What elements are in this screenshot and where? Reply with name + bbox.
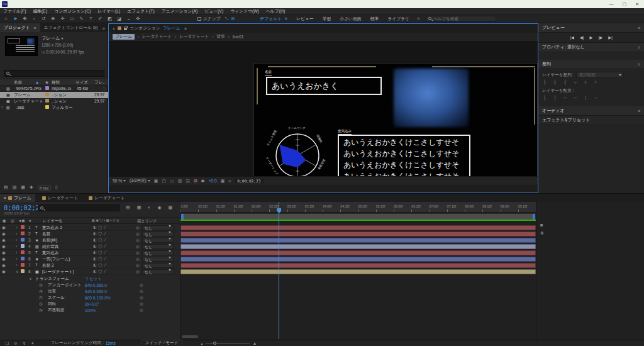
clone-stamp-tool-icon[interactable]: ◩ bbox=[107, 16, 113, 21]
layer-switches[interactable]: ◧◯╱ bbox=[93, 225, 108, 229]
sort-arrow-icon[interactable]: ▲ bbox=[35, 80, 39, 84]
layer-bar-row[interactable] bbox=[180, 250, 536, 256]
layer-duration-bar[interactable] bbox=[180, 232, 536, 237]
zoom-slider-knob[interactable] bbox=[213, 342, 216, 345]
first-frame-button[interactable]: |◀ bbox=[570, 35, 574, 40]
layer-bar-row[interactable] bbox=[180, 269, 536, 275]
color-depth-icon[interactable]: ✚ bbox=[30, 185, 33, 190]
panel-menu-icon[interactable]: ≡ bbox=[34, 26, 36, 30]
layer-name[interactable]: 紹介写真 bbox=[42, 244, 58, 250]
layer-color-swatch[interactable] bbox=[21, 263, 25, 267]
timeline-horizontal-scrollbar[interactable] bbox=[182, 335, 198, 338]
layer-duration-bar[interactable] bbox=[180, 269, 536, 274]
menu-item[interactable]: アニメーション(A) bbox=[162, 8, 198, 14]
expander-icon[interactable]: ∨ bbox=[29, 276, 32, 281]
resolution-dropdown[interactable]: (1/2画質) bbox=[130, 178, 150, 184]
workspace-tab[interactable]: 標準 bbox=[370, 16, 379, 22]
align-left-icon[interactable]: ┠ bbox=[543, 80, 546, 85]
expander-icon[interactable]: › bbox=[16, 250, 17, 255]
pickwhip-icon[interactable]: ◎ bbox=[136, 269, 140, 274]
layer-row[interactable]: ◉ › 5 T 意気込み ◧◯╱ ◎ なし bbox=[0, 250, 180, 256]
eye-icon[interactable]: ◉ bbox=[2, 244, 6, 249]
minimize-button[interactable]: — bbox=[609, 2, 614, 7]
zoom-out-icon[interactable]: ▲ bbox=[200, 342, 203, 345]
brush-tool-icon[interactable]: ✐ bbox=[97, 16, 103, 21]
distribute-hcenter-icon[interactable]: ╏ bbox=[584, 96, 587, 101]
stopwatch-icon[interactable]: ◷ bbox=[39, 289, 43, 294]
pickwhip-icon[interactable]: ◎ bbox=[136, 250, 140, 255]
home-tool-icon[interactable]: ⌂ bbox=[3, 16, 9, 21]
exposure-value[interactable]: +0.0 bbox=[209, 179, 217, 183]
layer-name-column[interactable]: レイヤー名 bbox=[43, 218, 62, 224]
maximize-button[interactable]: ▢ bbox=[623, 2, 627, 7]
snap-grid-icon[interactable]: ⊞ bbox=[231, 16, 235, 21]
layer-duration-bar[interactable] bbox=[180, 263, 536, 268]
transform-group-row[interactable]: ∨ トランスフォーム リセット bbox=[0, 276, 180, 282]
project-item-folder[interactable]: › ▧ _.aep フォルダー bbox=[0, 104, 108, 111]
distribute-left-icon[interactable]: ┅ bbox=[574, 96, 577, 101]
eye-icon[interactable]: ◉ bbox=[2, 250, 6, 255]
rotate-tool-icon[interactable]: ↺ bbox=[41, 16, 47, 21]
layer-bar-row[interactable] bbox=[180, 243, 536, 250]
distribute-top-icon[interactable]: ┃ bbox=[543, 96, 546, 101]
menu-item[interactable]: ウィンドウ(W) bbox=[230, 8, 259, 14]
layer-name[interactable]: 名前 bbox=[42, 232, 50, 237]
panel-menu-icon[interactable]: ≡ bbox=[638, 45, 640, 50]
align-panel-header[interactable]: 整列≡ bbox=[538, 60, 644, 69]
cache-status-icon[interactable]: ⊘ bbox=[14, 341, 18, 346]
motion-blur-icon[interactable]: ◉ bbox=[157, 205, 161, 210]
layer-name[interactable]: 意気込み 2 bbox=[42, 225, 62, 231]
panel-tab[interactable]: プロジェクト≡ bbox=[0, 23, 40, 32]
composition-viewer[interactable]: 名前 あいうえおかきく bbox=[109, 41, 538, 185]
workspace-tab[interactable]: 学習 bbox=[323, 16, 331, 22]
zoom-in-icon[interactable]: ▲ bbox=[252, 341, 257, 345]
menu-item[interactable]: レイヤー(L) bbox=[97, 8, 120, 14]
panel-menu-icon[interactable]: ≡ bbox=[638, 62, 640, 67]
close-icon[interactable]: × bbox=[113, 26, 115, 31]
pickwhip-icon[interactable]: ◎ bbox=[140, 289, 143, 294]
layer-row[interactable]: ◉ ∨ 8 ▦ [レーダチャート] ◧◯╱ ◎ なし bbox=[0, 269, 180, 275]
expander-icon[interactable]: ∨ bbox=[16, 269, 19, 274]
magnification-dropdown[interactable]: 50 % bbox=[113, 179, 126, 183]
layer-duration-bar[interactable] bbox=[180, 244, 536, 249]
pixel-aspect-icon[interactable]: ◲ bbox=[186, 179, 190, 184]
transform-property-row[interactable]: ◷ アンカーポイント 640.0,360.0 ◎ bbox=[0, 282, 180, 288]
layer-switches[interactable]: ◧◯╱ bbox=[93, 244, 108, 248]
layer-color-swatch[interactable] bbox=[21, 269, 25, 273]
draft-3d-icon[interactable]: ▦ bbox=[137, 205, 142, 210]
pickwhip-icon[interactable]: ◎ bbox=[136, 244, 140, 249]
timeline-search-box[interactable] bbox=[38, 204, 119, 211]
bit-depth-button[interactable]: 8 bpc bbox=[38, 185, 51, 191]
project-item-comp[interactable]: ▦ フレーム ..ション 29.97 bbox=[0, 92, 108, 98]
layer-name[interactable]: 名前 2 bbox=[42, 263, 54, 269]
expander-icon[interactable]: › bbox=[16, 244, 17, 248]
help-search-input[interactable] bbox=[433, 16, 490, 21]
layer-color-swatch[interactable] bbox=[21, 232, 25, 235]
breadcrumb-item[interactable]: フレーム bbox=[113, 34, 142, 40]
align-vcenter-icon[interactable]: ┿ bbox=[584, 80, 587, 85]
align-bottom-icon[interactable]: ┷ bbox=[594, 80, 597, 85]
transform-property-row[interactable]: ◷ 回転 0x+0.0° ◎ bbox=[0, 301, 180, 307]
align-top-icon[interactable]: ┯ bbox=[574, 80, 577, 85]
panel-tab[interactable]: エフェクトコントロール 紹介写..≡ bbox=[40, 23, 98, 32]
layer-row[interactable]: ◉ › 2 T 名前 ◧◯╱ ◎ なし bbox=[0, 231, 180, 237]
breadcrumb-item[interactable]: レーダチャート bbox=[142, 34, 179, 40]
panel-menu-icon[interactable]: ≡ bbox=[638, 26, 640, 30]
type-tool-icon[interactable]: T bbox=[88, 16, 94, 21]
camera-tool-icon[interactable]: ⊕ bbox=[50, 16, 56, 21]
pickwhip-icon[interactable]: ◎ bbox=[136, 232, 140, 237]
pickwhip-icon[interactable]: ◎ bbox=[140, 295, 143, 300]
zoom-tool-icon[interactable]: ⌕ bbox=[31, 16, 37, 22]
layer-duration-bar[interactable] bbox=[180, 250, 536, 255]
project-item-comp[interactable]: ▦ レーダチャート ..ション 29.97 bbox=[0, 98, 108, 104]
selection-tool-icon[interactable]: ➤ bbox=[13, 16, 18, 21]
preview-panel-header[interactable]: プレビュー≡ bbox=[538, 23, 644, 33]
next-frame-button[interactable]: |▶ bbox=[599, 35, 603, 40]
grid-guides-icon[interactable]: ▣ bbox=[154, 179, 158, 184]
puppet-pin-tool-icon[interactable]: ✜ bbox=[135, 16, 141, 21]
transform-property-row[interactable]: ◷ 位置 640.0,360.0 ◎ bbox=[0, 288, 180, 294]
eye-icon[interactable]: ◉ bbox=[2, 263, 6, 268]
label-color-swatch[interactable] bbox=[45, 105, 49, 109]
panel-menu-icon[interactable]: ≡ bbox=[184, 26, 187, 31]
layer-switches[interactable]: ◧◯╱ bbox=[93, 250, 108, 254]
